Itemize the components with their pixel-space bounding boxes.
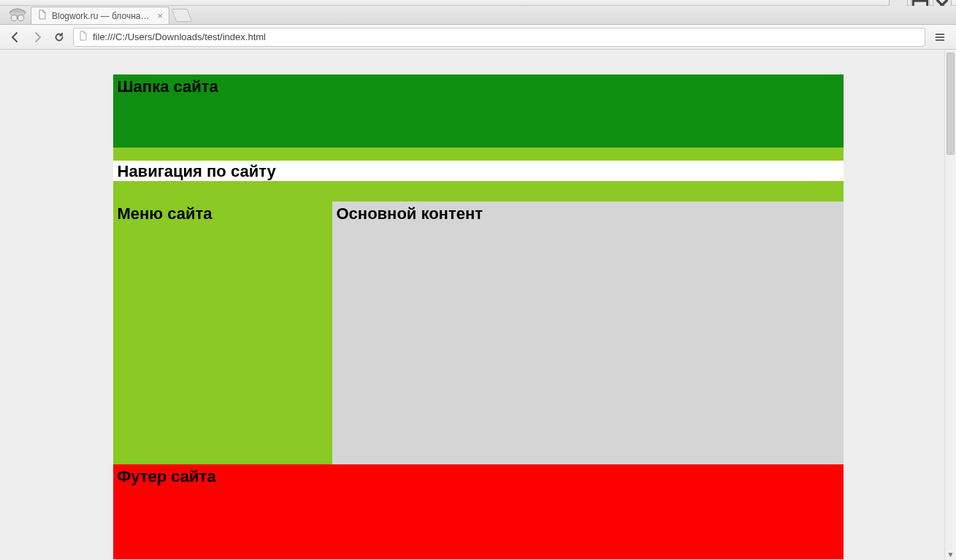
site-menu: Меню сайта	[113, 202, 332, 464]
svg-point-6	[11, 15, 17, 20]
browser-toolbar	[0, 25, 956, 50]
browser-menu-button[interactable]	[931, 28, 949, 46]
svg-point-7	[18, 15, 23, 20]
window-title-bar	[0, 0, 956, 6]
page-icon	[78, 31, 88, 43]
vertical-scrollbar[interactable]: ▲ ▼	[944, 50, 956, 560]
site-nav-title: Навигация по сайту	[118, 162, 839, 181]
forward-button[interactable]	[29, 29, 45, 45]
browser-window: Blogwork.ru — блочная вер ×	[0, 0, 956, 560]
close-tab-icon[interactable]: ×	[157, 10, 163, 21]
tab-strip: Blogwork.ru — блочная вер ×	[0, 6, 956, 25]
new-tab-button[interactable]	[172, 9, 193, 22]
scroll-thumb[interactable]	[947, 53, 955, 155]
browser-tab[interactable]: Blogwork.ru — блочная вер ×	[31, 7, 169, 24]
back-button[interactable]	[7, 29, 23, 45]
site-footer: Футер сайта	[113, 464, 844, 559]
scroll-down-arrow-icon[interactable]: ▼	[945, 548, 956, 560]
incognito-icon	[4, 5, 31, 24]
site-middle: Меню сайта Основной контент	[113, 202, 844, 464]
address-bar[interactable]	[73, 28, 925, 47]
site-footer-title: Футер сайта	[118, 467, 839, 486]
site-menu-title: Меню сайта	[118, 204, 328, 223]
reload-button[interactable]	[51, 29, 67, 45]
page-wrapper: Шапка сайта Навигация по сайту Меню сайт…	[113, 74, 844, 559]
tab-title: Blogwork.ru — блочная вер	[52, 11, 153, 21]
url-input[interactable]	[93, 31, 920, 42]
site-content: Основной контент	[332, 202, 844, 464]
site-content-title: Основной контент	[337, 204, 839, 223]
page-favicon-icon	[37, 9, 47, 22]
site-nav: Навигация по сайту	[113, 161, 844, 181]
page-viewport: Шапка сайта Навигация по сайту Меню сайт…	[0, 50, 956, 560]
site-header-title: Шапка сайта	[118, 77, 839, 96]
site-header: Шапка сайта	[113, 74, 844, 147]
